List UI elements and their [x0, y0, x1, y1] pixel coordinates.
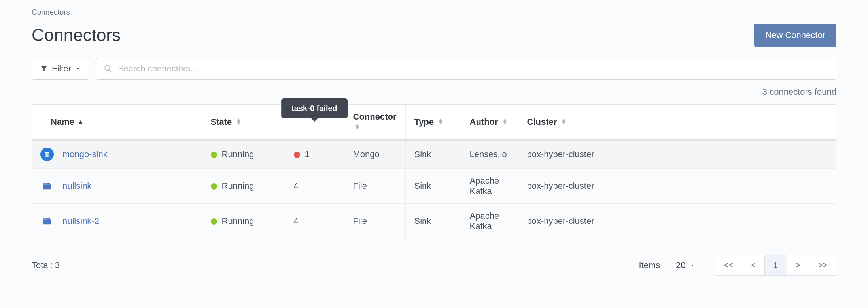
- filter-icon: [40, 65, 48, 73]
- connector-cell: Mongo: [344, 140, 405, 169]
- column-header-connector[interactable]: Connector ▲▼: [344, 105, 405, 140]
- status-dot-icon: [211, 152, 217, 158]
- connector-name-link[interactable]: nullsink-2: [62, 216, 99, 226]
- page-last-button[interactable]: >>: [809, 255, 836, 275]
- author-cell: Lenses.io: [461, 140, 518, 169]
- table-row[interactable]: nullsinkRunning4FileSinkApache Kafkabox-…: [32, 169, 836, 204]
- connector-name-link[interactable]: nullsink: [62, 181, 91, 191]
- connector-cell: File: [344, 169, 405, 204]
- author-cell: Apache Kafka: [461, 204, 518, 239]
- connectors-table: Name ▲ State ▲▼ task-0 failed Connector …: [32, 104, 836, 239]
- svg-rect-3: [48, 153, 49, 156]
- connector-type-icon: [40, 214, 54, 228]
- state-label: Running: [222, 149, 254, 159]
- sort-icon: ▲▼: [355, 123, 360, 130]
- state-label: Running: [222, 216, 254, 226]
- results-count: 3 connectors found: [32, 87, 836, 97]
- page-current-button[interactable]: 1: [764, 255, 787, 275]
- sort-asc-icon: ▲: [78, 118, 84, 125]
- tasks-count: 1: [305, 149, 310, 159]
- page-first-button[interactable]: <<: [715, 255, 742, 275]
- search-icon: [104, 64, 112, 73]
- search-input[interactable]: [118, 58, 829, 79]
- column-label: State: [211, 117, 232, 127]
- caret-down-icon: [75, 66, 81, 71]
- items-per-page-select[interactable]: 20: [676, 260, 695, 270]
- cluster-cell: box-hyper-cluster: [518, 169, 836, 204]
- sort-icon: ▲▼: [236, 118, 241, 124]
- page-prev-button[interactable]: <: [742, 255, 764, 275]
- connector-type-icon: [40, 148, 54, 161]
- status-dot-icon: [211, 183, 217, 190]
- page-title: Connectors: [32, 25, 121, 45]
- pagination: << < 1 > >>: [715, 255, 836, 276]
- svg-rect-2: [46, 153, 47, 156]
- items-value: 20: [676, 260, 685, 270]
- column-header-state[interactable]: State ▲▼: [202, 105, 285, 140]
- new-connector-button[interactable]: New Connector: [754, 24, 836, 47]
- caret-down-icon: [690, 263, 695, 268]
- type-cell: Sink: [405, 169, 461, 204]
- page-next-button[interactable]: >: [787, 255, 809, 275]
- status-dot-icon: [211, 218, 217, 225]
- column-label: Type: [414, 117, 434, 127]
- tasks-count: 4: [294, 181, 299, 191]
- column-header-type[interactable]: Type ▲▼: [405, 105, 461, 140]
- type-cell: Sink: [405, 140, 461, 169]
- table-row[interactable]: mongo-sinkRunning1MongoSinkLenses.iobox-…: [32, 140, 836, 169]
- cluster-cell: box-hyper-cluster: [518, 140, 836, 169]
- search-container: [96, 58, 836, 80]
- connector-cell: File: [344, 204, 405, 239]
- column-label: Connector: [353, 112, 397, 122]
- author-cell: Apache Kafka: [461, 169, 518, 204]
- sort-icon: ▲▼: [561, 118, 566, 124]
- tasks-count: 4: [294, 216, 299, 226]
- task-tooltip: task-0 failed: [281, 98, 348, 118]
- items-label: Items: [639, 260, 660, 270]
- column-header-tasks[interactable]: task-0 failed: [285, 105, 344, 140]
- column-label: Cluster: [527, 117, 557, 127]
- type-cell: Sink: [405, 204, 461, 239]
- sort-icon: ▲▼: [438, 118, 443, 124]
- table-row[interactable]: nullsink-2Running4FileSinkApache Kafkabo…: [32, 204, 836, 239]
- connector-type-icon: [40, 179, 54, 193]
- cluster-cell: box-hyper-cluster: [518, 204, 836, 239]
- connector-name-link[interactable]: mongo-sink: [62, 149, 108, 160]
- filter-label: Filter: [52, 64, 71, 74]
- total-count: Total: 3: [32, 260, 60, 270]
- column-label: Name: [51, 117, 74, 127]
- breadcrumb[interactable]: Connectors: [32, 8, 836, 17]
- sort-icon: ▲▼: [502, 118, 508, 124]
- column-header-cluster[interactable]: Cluster ▲▼: [518, 105, 836, 140]
- state-label: Running: [222, 181, 254, 191]
- svg-rect-1: [45, 152, 49, 157]
- column-header-name[interactable]: Name ▲: [32, 105, 202, 140]
- filter-button[interactable]: Filter: [32, 58, 89, 80]
- column-label: Author: [470, 117, 498, 127]
- column-header-author[interactable]: Author ▲▼: [461, 105, 518, 140]
- status-dot-icon: [294, 152, 300, 158]
